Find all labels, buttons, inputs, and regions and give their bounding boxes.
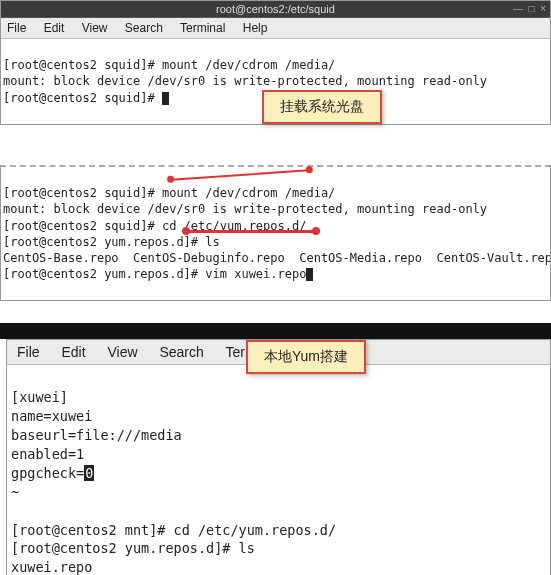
terminal-window-2: [root@centos2 squid]# mount /dev/cdrom /… <box>0 165 551 302</box>
window-controls[interactable]: — □ × <box>513 3 546 14</box>
term-line: mount: block device /dev/sr0 is write-pr… <box>3 202 487 216</box>
callout-label: 本地Yum搭建 <box>264 348 348 364</box>
menu-view[interactable]: View <box>82 21 108 35</box>
term-line: [root@centos2 yum.repos.d]# vim xuwei.re… <box>3 267 306 281</box>
config-char: 0 <box>84 465 94 481</box>
terminal-window-3: File Edit View Search Terminal Help [xuw… <box>6 339 551 575</box>
menu-edit[interactable]: Edit <box>44 21 65 35</box>
config-line: gpgcheck= <box>11 465 84 481</box>
term-line: [root@centos2 squid]# <box>3 91 162 105</box>
menu-help[interactable]: Help <box>243 21 268 35</box>
config-line: name=xuwei <box>11 408 92 424</box>
menubar-1: File Edit View Search Terminal Help <box>1 18 550 39</box>
term-line: [root@centos2 yum.repos.d]# ls <box>11 540 255 556</box>
term-line: [root@centos2 squid]# mount /dev/cdrom /… <box>3 186 335 200</box>
menu-edit[interactable]: Edit <box>61 344 85 360</box>
menu-search[interactable]: Search <box>125 21 163 35</box>
term-line: [root@centos2 squid]# mount /dev/cdrom /… <box>3 58 335 72</box>
cursor <box>162 92 169 105</box>
callout-mount: 挂载系统光盘 <box>262 90 382 124</box>
menu-terminal[interactable]: Terminal <box>180 21 225 35</box>
callout-yum: 本地Yum搭建 <box>246 340 366 374</box>
annotation-line-2 <box>186 230 316 233</box>
term-line: [root@centos2 mnt]# cd /etc/yum.repos.d/ <box>11 522 336 538</box>
menu-file[interactable]: File <box>17 344 40 360</box>
term-line: CentOS-Base.repo CentOS-Debuginfo.repo C… <box>3 251 550 265</box>
term-line: [root@centos2 yum.repos.d]# ls <box>3 235 220 249</box>
term-line: xuwei.repo <box>11 559 92 575</box>
config-line: enabled=1 <box>11 446 84 462</box>
window-title: root@centos2:/etc/squid <box>216 3 335 15</box>
titlebar-1: root@centos2:/etc/squid — □ × <box>1 1 550 18</box>
config-line: baseurl=file:///media <box>11 427 182 443</box>
cursor <box>306 268 313 281</box>
callout-label: 挂载系统光盘 <box>280 98 364 114</box>
config-line: [xuwei] <box>11 389 68 405</box>
vim-tilde: ~ <box>11 484 19 500</box>
dark-title-strip <box>0 329 551 339</box>
term-line: mount: block device /dev/sr0 is write-pr… <box>3 74 487 88</box>
menu-search[interactable]: Search <box>159 344 203 360</box>
menu-view[interactable]: View <box>107 344 137 360</box>
terminal-body-3[interactable]: [xuwei] name=xuwei baseurl=file:///media… <box>7 365 550 575</box>
terminal-body-2[interactable]: [root@centos2 squid]# mount /dev/cdrom /… <box>1 167 550 301</box>
menu-file[interactable]: File <box>7 21 26 35</box>
